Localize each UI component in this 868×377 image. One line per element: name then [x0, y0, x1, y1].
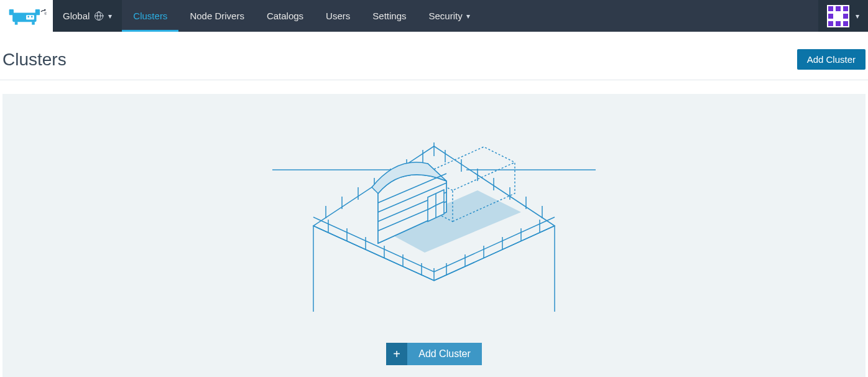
nav-label: Settings: [372, 11, 406, 21]
svg-rect-4: [32, 22, 35, 25]
svg-point-6: [27, 16, 29, 17]
nav-label: Security: [428, 11, 462, 21]
nav-catalogs[interactable]: Catalogs: [256, 0, 315, 32]
nav-label: Node Drivers: [190, 11, 244, 21]
svg-rect-2: [35, 9, 39, 15]
svg-point-8: [44, 9, 45, 11]
svg-rect-14: [828, 14, 833, 19]
plus-icon: +: [386, 343, 407, 365]
main-nav: Clusters Node Drivers Catalogs Users Set…: [122, 0, 481, 32]
nav-node-drivers[interactable]: Node Drivers: [178, 0, 256, 32]
svg-rect-13: [843, 6, 848, 11]
page-header: Clusters Add Cluster: [0, 32, 868, 80]
nav-users[interactable]: Users: [315, 0, 361, 32]
svg-rect-16: [828, 21, 833, 26]
svg-rect-18: [843, 21, 848, 26]
avatar: [827, 5, 849, 27]
add-cluster-cta[interactable]: + Add Cluster: [386, 343, 482, 365]
nav-label: Users: [326, 11, 350, 21]
chevron-down-icon: ▾: [108, 12, 112, 21]
cta-label: Add Cluster: [407, 343, 482, 365]
user-menu[interactable]: ▾: [818, 0, 868, 32]
svg-rect-1: [9, 9, 13, 15]
svg-rect-11: [828, 6, 833, 11]
nav-label: Clusters: [133, 11, 167, 21]
page-title: Clusters: [2, 50, 67, 70]
nav-settings[interactable]: Settings: [361, 0, 417, 32]
svg-rect-17: [836, 21, 841, 26]
chevron-down-icon: ▾: [466, 12, 470, 21]
svg-point-7: [30, 16, 32, 17]
empty-state-panel: + Add Cluster: [2, 94, 866, 377]
rancher-logo[interactable]: ®: [0, 0, 53, 32]
nav-label: Catalogs: [267, 11, 303, 21]
svg-rect-15: [843, 14, 848, 19]
svg-rect-5: [26, 15, 34, 19]
svg-text:®: ®: [44, 12, 47, 16]
nav-security[interactable]: Security ▾: [417, 0, 481, 32]
svg-rect-3: [14, 22, 17, 25]
scope-label: Global: [63, 11, 90, 21]
chevron-down-icon: ▾: [856, 12, 859, 21]
cow-icon: ®: [7, 7, 47, 26]
scope-selector[interactable]: Global ▾: [53, 0, 122, 32]
nav-clusters[interactable]: Clusters: [122, 0, 178, 32]
globe-icon: [95, 12, 103, 21]
add-cluster-button[interactable]: Add Cluster: [797, 49, 866, 70]
farm-illustration: [272, 125, 596, 312]
topbar: ® Global ▾ Clusters Node Drivers Catalog…: [0, 0, 868, 32]
svg-rect-12: [836, 6, 841, 11]
